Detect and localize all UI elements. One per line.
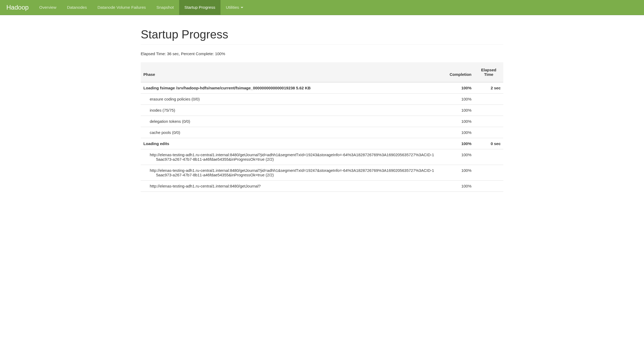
cell-phase: delegation tokens (0/0) [141,116,437,127]
cell-completion: 100% [437,138,474,149]
cell-completion: 100% [437,82,474,94]
cell-completion: 100% [437,181,474,192]
nav-item-utilities: Utilities [220,0,249,15]
cell-elapsed [474,165,503,181]
table-row: http://elenas-testing-adh1.ru-central1.i… [141,165,503,181]
cell-elapsed [474,94,503,105]
cell-completion: 100% [437,127,474,138]
nav-link-startup-progress[interactable]: Startup Progress [179,0,220,15]
nav-item-datanodes: Datanodes [62,0,92,15]
table-row: delegation tokens (0/0)100% [141,116,503,127]
header-elapsed: Elapsed Time [474,62,503,82]
cell-elapsed [474,127,503,138]
navbar: Hadoop Overview Datanodes Datanode Volum… [0,0,644,15]
cell-phase: Loading fsimage /srv/hadoop-hdfs/name/cu… [141,82,437,94]
cell-completion: 100% [437,105,474,116]
cell-completion: 100% [437,149,474,165]
cell-completion: 100% [437,116,474,127]
table-row: Loading edits100%0 sec [141,138,503,149]
cell-phase: http://elenas-testing-adh1.ru-central1.i… [141,181,437,192]
table-row: erasure coding policies (0/0)100% [141,94,503,105]
table-row: http://elenas-testing-adh1.ru-central1.i… [141,149,503,165]
table-row: inodes (75/75)100% [141,105,503,116]
nav-link-datanode-volume-failures[interactable]: Datanode Volume Failures [92,0,151,15]
nav-item-startup-progress: Startup Progress [179,0,220,15]
nav-item-datanode-volume-failures: Datanode Volume Failures [92,0,151,15]
table-body: Loading fsimage /srv/hadoop-hdfs/name/cu… [141,82,503,192]
table-row: Loading fsimage /srv/hadoop-hdfs/name/cu… [141,82,503,94]
nav-item-overview: Overview [34,0,62,15]
cell-elapsed [474,105,503,116]
nav-list: Overview Datanodes Datanode Volume Failu… [34,0,249,15]
table-row: http://elenas-testing-adh1.ru-central1.i… [141,181,503,192]
status-line: Elapsed Time: 36 sec, Percent Complete: … [141,51,503,56]
page-header: Startup Progress [141,15,503,45]
cell-elapsed [474,181,503,192]
table-row: cache pools (0/0)100% [141,127,503,138]
cell-completion: 100% [437,165,474,181]
nav-link-overview[interactable]: Overview [34,0,62,15]
nav-link-snapshot[interactable]: Snapshot [151,0,179,15]
main-container: Startup Progress Elapsed Time: 36 sec, P… [136,15,508,192]
caret-down-icon [241,7,243,8]
cell-phase: Loading edits [141,138,437,149]
progress-table: Phase Completion Elapsed Time Loading fs… [141,62,503,192]
cell-elapsed: 2 sec [474,82,503,94]
nav-item-snapshot: Snapshot [151,0,179,15]
header-phase: Phase [141,62,437,82]
cell-phase: http://elenas-testing-adh1.ru-central1.i… [141,165,437,181]
cell-completion: 100% [437,94,474,105]
header-row: Phase Completion Elapsed Time [141,62,503,82]
cell-elapsed [474,116,503,127]
cell-phase: http://elenas-testing-adh1.ru-central1.i… [141,149,437,165]
nav-link-utilities[interactable]: Utilities [220,0,249,15]
cell-elapsed: 0 sec [474,138,503,149]
page-title: Startup Progress [141,28,503,41]
cell-phase: erasure coding policies (0/0) [141,94,437,105]
header-completion: Completion [437,62,474,82]
cell-elapsed [474,149,503,165]
cell-phase: inodes (75/75) [141,105,437,116]
nav-link-datanodes[interactable]: Datanodes [62,0,92,15]
cell-phase: cache pools (0/0) [141,127,437,138]
nav-link-utilities-label: Utilities [226,5,239,10]
brand-link[interactable]: Hadoop [4,0,34,15]
